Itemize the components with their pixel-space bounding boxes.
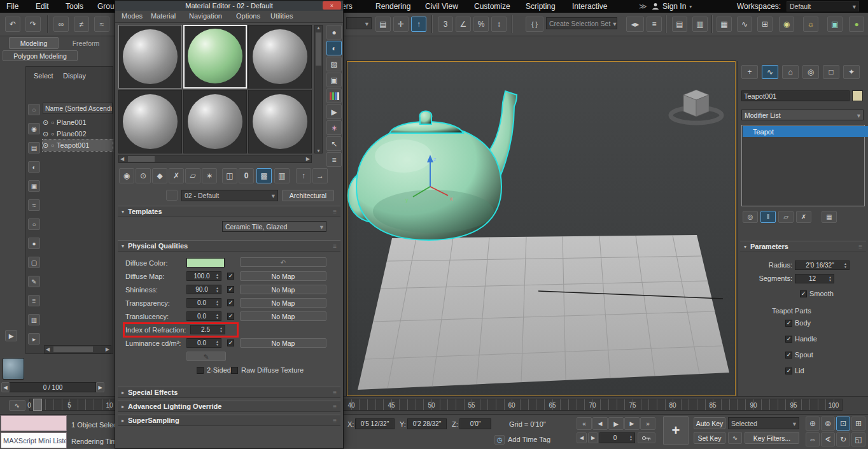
scroll-right-icon[interactable]: ▶ — [306, 156, 310, 162]
spinner-arrows[interactable] — [216, 287, 219, 293]
ribbon-tab-freeform[interactable]: Freeform — [62, 37, 109, 49]
scrollbar-thumb[interactable] — [316, 32, 321, 66]
spinner-arrows[interactable] — [216, 300, 219, 306]
display-toggle-icon[interactable]: ◌ — [28, 104, 40, 115]
menu-item-civil-view[interactable]: Civil View — [425, 2, 458, 11]
modifier-list-dropdown[interactable]: Modifier List — [741, 110, 864, 120]
previous-frame-button[interactable]: ◀ — [592, 417, 608, 430]
get-material-icon[interactable]: ◉ — [119, 168, 134, 183]
unlink-selection-icon[interactable]: ≠ — [74, 17, 89, 32]
x-coord-field[interactable]: 0'5 12/32" — [355, 418, 395, 429]
zoom-region-icon[interactable]: ⊞ — [851, 417, 865, 431]
part-spout-checkbox[interactable]: ✓ — [785, 352, 792, 359]
spinner-arrows[interactable] — [216, 313, 219, 320]
menu-item-interactive[interactable]: Interactive — [572, 2, 607, 11]
material-slot[interactable] — [183, 90, 247, 153]
percent-snap-icon[interactable]: % — [473, 17, 489, 32]
y-coord-field[interactable]: 0'2 28/32" — [407, 418, 447, 429]
templates-rollout-header[interactable]: ▾ Templates ≡ — [118, 206, 340, 217]
shininess-field[interactable]: 90.0 — [186, 285, 221, 294]
tab-create[interactable]: + — [741, 65, 758, 79]
key-filter-selection-dropdown[interactable]: Selected — [728, 417, 799, 429]
maxscript-macro-recorder-field[interactable] — [1, 415, 67, 431]
part-lid-checkbox[interactable]: ✓ — [785, 367, 792, 374]
me-menu-navigation[interactable]: Navigation — [189, 12, 222, 20]
undo-icon[interactable]: ↶ — [5, 17, 20, 32]
show-shaded-material-in-viewport-icon[interactable]: ▩ — [256, 168, 272, 183]
set-key-button[interactable]: Set Key — [694, 432, 725, 444]
spinner-snap-icon[interactable]: ↕ — [491, 17, 507, 32]
slots-vscrollbar[interactable]: ▲ ▼ — [314, 25, 323, 153]
current-frame-field[interactable]: 0 — [599, 432, 635, 443]
scroll-up-icon[interactable]: ▲ — [316, 25, 321, 30]
display-toggle-icon[interactable]: ● — [28, 238, 40, 249]
display-toggle-icon[interactable]: ✎ — [28, 276, 40, 287]
material-slot[interactable] — [248, 25, 312, 89]
two-sided-checkbox[interactable] — [197, 367, 204, 374]
tab-utilities[interactable]: ✦ — [843, 65, 860, 79]
scroll-left-icon[interactable]: ◀ — [46, 346, 50, 352]
eye-icon[interactable]: ⊙ — [43, 130, 48, 138]
material-type-button[interactable]: Architectural — [282, 190, 334, 201]
time-slider-handle[interactable] — [33, 399, 42, 411]
options-icon[interactable]: ∗ — [326, 120, 342, 135]
explorer-row-selected[interactable]: ⊙ ○ Teapot001 — [43, 139, 113, 151]
next-frame-button[interactable]: ▶ — [624, 417, 640, 430]
sign-in-button[interactable]: Sign In ▾ — [652, 2, 692, 11]
menu-item-scripting[interactable]: Scripting — [526, 2, 556, 11]
make-preview-icon[interactable]: ▶ — [326, 104, 342, 119]
translucency-field[interactable]: 0.0 — [186, 311, 221, 321]
put-material-to-scene-icon[interactable]: ⊙ — [136, 168, 151, 183]
modifier-stack-item-teapot[interactable]: Teapot — [743, 126, 868, 137]
workspaces-dropdown[interactable]: Default — [787, 1, 859, 11]
diffuse-color-swatch[interactable] — [186, 258, 225, 267]
menu-item-customize[interactable]: Customize — [474, 2, 510, 11]
zoom-all-icon[interactable]: ⊚ — [821, 417, 835, 431]
go-forward-to-sibling-icon[interactable]: → — [312, 168, 328, 183]
video-color-check-icon[interactable] — [326, 89, 342, 103]
tab-display[interactable]: □ — [823, 65, 839, 79]
frame-step-back-button[interactable]: ◀ — [577, 432, 587, 443]
pick-material-eyedropper-icon[interactable] — [166, 190, 178, 201]
explorer-menu-select[interactable]: Select — [34, 72, 53, 80]
time-tag-clock-icon[interactable]: ◷ — [494, 435, 505, 445]
tab-motion[interactable]: ◎ — [802, 65, 819, 79]
named-selection-sets-dropdown[interactable]: Create Selection Set — [546, 17, 617, 29]
index-of-refraction-field[interactable]: 2.5 — [190, 325, 225, 334]
diffuse-map-checkbox[interactable]: ✓ — [227, 273, 234, 280]
make-unique-button[interactable]: ▱ — [778, 211, 794, 223]
angle-snap-icon[interactable]: ∠ — [456, 17, 471, 32]
material-slot[interactable] — [118, 90, 182, 153]
advanced-lighting-override-rollout-header[interactable]: ▸ Advanced Lighting Override ≡ — [118, 401, 340, 412]
create-key-button[interactable]: + — [663, 416, 689, 445]
close-button[interactable]: × — [323, 1, 341, 10]
add-time-tag-label[interactable]: Add Time Tag — [508, 436, 550, 443]
assign-material-to-selection-icon[interactable]: ◆ — [152, 168, 167, 183]
open-mini-curve-editor-button[interactable]: ∿ — [9, 400, 25, 411]
panel-expand-button[interactable]: ▶ — [5, 330, 17, 341]
luminance-map-button[interactable]: No Map — [240, 338, 326, 348]
redo-icon[interactable]: ↷ — [25, 17, 41, 32]
toolbar-overflow-chevron[interactable]: ≫ — [639, 2, 647, 11]
template-preset-dropdown[interactable]: Ceramic Tile, Glazed — [222, 221, 326, 232]
selection-filter-dropdown[interactable] — [346, 17, 372, 29]
spinner-arrows[interactable] — [829, 276, 832, 282]
sample-uv-tiling-icon[interactable]: ▣ — [326, 73, 342, 87]
scroll-left-icon[interactable]: ◀ — [120, 156, 124, 162]
object-color-swatch[interactable] — [852, 90, 863, 101]
translucency-checkbox[interactable]: ✓ — [227, 313, 234, 320]
transparency-map-button[interactable]: No Map — [240, 298, 326, 308]
spinner-arrows[interactable] — [216, 340, 219, 346]
transparency-checkbox[interactable]: ✓ — [227, 299, 234, 306]
curve-editor-icon[interactable]: ∿ — [737, 17, 752, 32]
tab-modify[interactable]: ∿ — [762, 65, 778, 79]
snaps-toggle-icon[interactable]: 3 — [438, 17, 453, 32]
scrollbar-thumb[interactable] — [53, 346, 93, 352]
viewport-canvas[interactable]: z x y — [347, 62, 735, 396]
me-menu-modes[interactable]: Modes — [122, 12, 143, 20]
viewport[interactable]: z x y — [347, 61, 736, 396]
field-of-view-icon[interactable]: ∢ — [821, 432, 835, 446]
me-menu-material[interactable]: Material — [151, 12, 176, 20]
frame-forward-button[interactable]: ▶ — [96, 382, 104, 392]
part-body-checkbox[interactable]: ✓ — [785, 320, 792, 327]
